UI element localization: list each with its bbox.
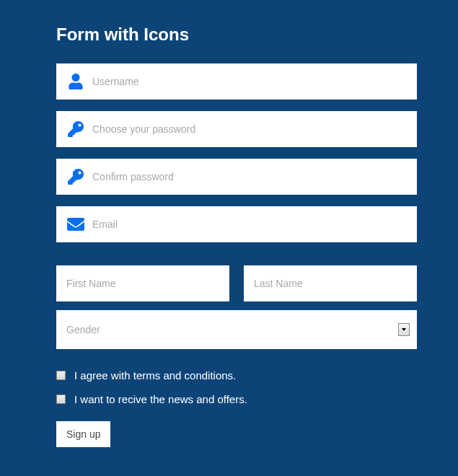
user-icon	[59, 74, 92, 89]
page-title: Form with Icons	[56, 25, 417, 45]
username-input[interactable]	[92, 63, 417, 100]
gender-select[interactable]: Gender	[56, 310, 417, 349]
confirm-password-field	[56, 159, 417, 195]
envelope-icon	[59, 216, 92, 233]
confirm-password-input[interactable]	[92, 159, 417, 195]
gender-select-label: Gender	[66, 324, 398, 335]
last-name-input[interactable]	[244, 265, 417, 301]
signup-button[interactable]: Sign up	[56, 421, 110, 447]
password-input[interactable]	[92, 111, 417, 147]
last-name-field	[244, 265, 417, 301]
password-field	[56, 111, 417, 147]
news-row: I want to recive the news and offers.	[56, 393, 417, 405]
terms-checkbox[interactable]	[56, 371, 66, 380]
email-input[interactable]	[92, 206, 417, 242]
news-label: I want to recive the news and offers.	[74, 393, 247, 405]
first-name-input[interactable]	[56, 265, 229, 301]
chevron-down-icon[interactable]	[398, 323, 410, 336]
key-icon	[59, 169, 92, 185]
username-field	[56, 63, 417, 100]
first-name-field	[56, 265, 229, 301]
key-icon	[59, 121, 92, 137]
terms-row: I agree with terms and conditions.	[56, 369, 417, 382]
news-checkbox[interactable]	[56, 395, 66, 404]
email-field	[56, 206, 417, 242]
terms-label: I agree with terms and conditions.	[74, 369, 236, 382]
name-row	[56, 265, 417, 301]
